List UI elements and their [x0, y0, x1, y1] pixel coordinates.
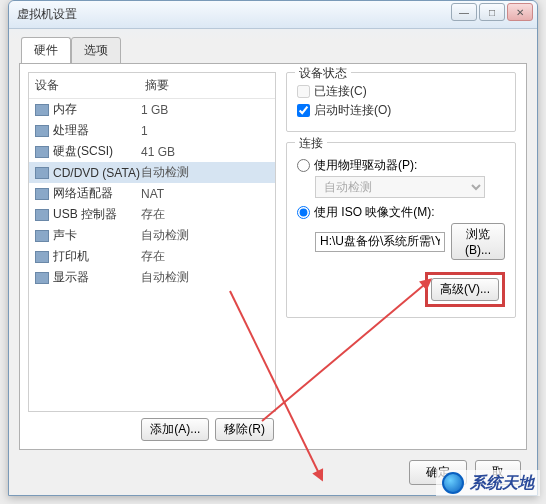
poweron-checkbox-row[interactable]: 启动时连接(O) — [297, 102, 505, 119]
use-physical-label: 使用物理驱动器(P): — [314, 157, 417, 174]
hardware-summary: 自动检测 — [141, 164, 269, 181]
add-hardware-button[interactable]: 添加(A)... — [141, 418, 209, 441]
hardware-row[interactable]: 显示器自动检测 — [29, 267, 275, 288]
iso-path-row: 浏览(B)... — [315, 223, 505, 260]
hardware-list-body: 内存1 GB处理器1硬盘(SCSI)41 GBCD/DVD (SATA)自动检测… — [29, 99, 275, 411]
hardware-name: 内存 — [53, 101, 77, 118]
hardware-name: 显示器 — [53, 269, 89, 286]
hardware-name: 网络适配器 — [53, 185, 113, 202]
close-button[interactable]: ✕ — [507, 3, 533, 21]
col-device: 设备 — [35, 77, 145, 94]
usb-icon — [35, 209, 49, 221]
poweron-checkbox[interactable] — [297, 104, 310, 117]
use-iso-label: 使用 ISO 映像文件(M): — [314, 204, 435, 221]
hardware-list: 设备 摘要 内存1 GB处理器1硬盘(SCSI)41 GBCD/DVD (SAT… — [28, 72, 276, 412]
minimize-button[interactable]: — — [451, 3, 477, 21]
use-iso-radio-row[interactable]: 使用 ISO 映像文件(M): — [297, 204, 505, 221]
tabstrip: 硬件 选项 — [19, 37, 527, 64]
use-physical-radio[interactable] — [297, 159, 310, 172]
watermark-logo-icon — [442, 472, 464, 494]
hardware-name: USB 控制器 — [53, 206, 117, 223]
advanced-row: 高级(V)... — [297, 272, 505, 307]
disk-icon — [35, 146, 49, 158]
browse-button[interactable]: 浏览(B)... — [451, 223, 505, 260]
hardware-row[interactable]: 硬盘(SCSI)41 GB — [29, 141, 275, 162]
hardware-list-header: 设备 摘要 — [29, 73, 275, 99]
use-iso-radio[interactable] — [297, 206, 310, 219]
hardware-row[interactable]: 内存1 GB — [29, 99, 275, 120]
hardware-summary: 存在 — [141, 206, 269, 223]
window-controls: — □ ✕ — [451, 3, 533, 21]
hardware-summary: 自动检测 — [141, 227, 269, 244]
hardware-row[interactable]: 网络适配器NAT — [29, 183, 275, 204]
tab-options[interactable]: 选项 — [71, 37, 121, 64]
printer-icon — [35, 251, 49, 263]
connected-checkbox — [297, 85, 310, 98]
connection-title: 连接 — [295, 135, 327, 152]
window-body: 硬件 选项 设备 摘要 内存1 GB处理器1硬盘(SCSI)41 GBCD/DV… — [9, 29, 537, 495]
device-status-group: 设备状态 已连接(C) 启动时连接(O) — [286, 72, 516, 132]
connected-checkbox-row[interactable]: 已连接(C) — [297, 83, 505, 100]
hardware-row[interactable]: 处理器1 — [29, 120, 275, 141]
net-icon — [35, 188, 49, 200]
hardware-name: 声卡 — [53, 227, 77, 244]
hardware-buttons: 添加(A)... 移除(R) — [28, 412, 276, 441]
use-physical-radio-row[interactable]: 使用物理驱动器(P): — [297, 157, 505, 174]
poweron-label: 启动时连接(O) — [314, 102, 391, 119]
maximize-button[interactable]: □ — [479, 3, 505, 21]
advanced-button[interactable]: 高级(V)... — [431, 278, 499, 301]
window-title: 虚拟机设置 — [17, 6, 77, 23]
iso-path-input[interactable] — [315, 232, 445, 252]
tab-hardware[interactable]: 硬件 — [21, 37, 71, 64]
device-status-title: 设备状态 — [295, 65, 351, 82]
connection-group: 连接 使用物理驱动器(P): 自动检测 使用 ISO 映像文件(M): — [286, 142, 516, 318]
hardware-row[interactable]: USB 控制器存在 — [29, 204, 275, 225]
remove-hardware-button[interactable]: 移除(R) — [215, 418, 274, 441]
vm-settings-window: 虚拟机设置 — □ ✕ 硬件 选项 设备 摘要 内存1 GB处理器1硬盘(SCS… — [8, 0, 538, 496]
connected-label: 已连接(C) — [314, 83, 367, 100]
display-icon — [35, 272, 49, 284]
hardware-summary: 1 GB — [141, 103, 269, 117]
physical-drive-select: 自动检测 — [315, 176, 485, 198]
hardware-summary: 存在 — [141, 248, 269, 265]
watermark: 系统天地 — [436, 470, 540, 496]
titlebar[interactable]: 虚拟机设置 — □ ✕ — [9, 1, 537, 29]
cpu-icon — [35, 125, 49, 137]
hardware-row[interactable]: 声卡自动检测 — [29, 225, 275, 246]
hardware-summary: NAT — [141, 187, 269, 201]
cd-icon — [35, 167, 49, 179]
hardware-row[interactable]: CD/DVD (SATA)自动检测 — [29, 162, 275, 183]
hardware-name: CD/DVD (SATA) — [53, 166, 140, 180]
advanced-highlight: 高级(V)... — [425, 272, 505, 307]
main-panel: 设备 摘要 内存1 GB处理器1硬盘(SCSI)41 GBCD/DVD (SAT… — [19, 63, 527, 450]
hardware-name: 硬盘(SCSI) — [53, 143, 113, 160]
hardware-name: 处理器 — [53, 122, 89, 139]
device-config-pane: 设备状态 已连接(C) 启动时连接(O) 连接 使用物理驱动器(P): — [286, 72, 518, 441]
sound-icon — [35, 230, 49, 242]
hardware-summary: 1 — [141, 124, 269, 138]
hardware-summary: 自动检测 — [141, 269, 269, 286]
hardware-name: 打印机 — [53, 248, 89, 265]
hardware-summary: 41 GB — [141, 145, 269, 159]
watermark-text: 系统天地 — [470, 473, 534, 494]
hardware-pane: 设备 摘要 内存1 GB处理器1硬盘(SCSI)41 GBCD/DVD (SAT… — [28, 72, 276, 441]
memory-icon — [35, 104, 49, 116]
col-summary: 摘要 — [145, 77, 169, 94]
hardware-row[interactable]: 打印机存在 — [29, 246, 275, 267]
